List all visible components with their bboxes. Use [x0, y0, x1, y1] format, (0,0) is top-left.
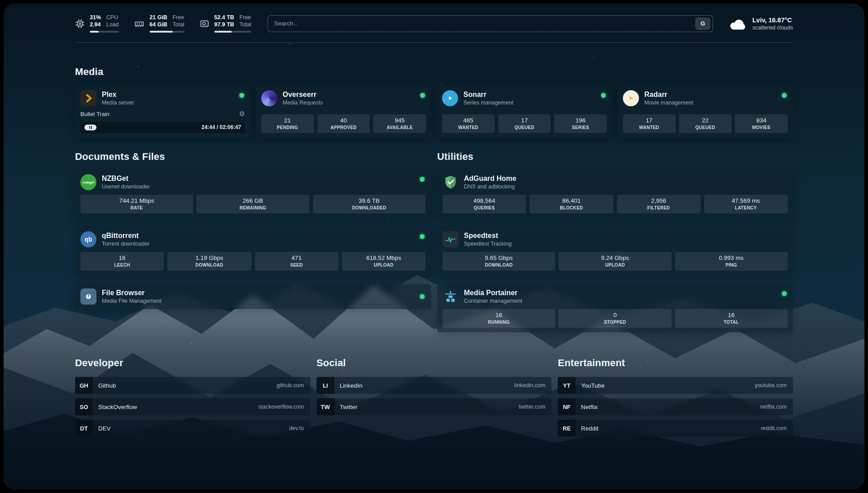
- status-indicator: [601, 93, 606, 98]
- plex-icon: [80, 90, 96, 106]
- stat-ping: 0.993 ms PING: [675, 252, 788, 271]
- stat-seed: 471 SEED: [255, 252, 338, 271]
- qbittorrent-icon: qb: [80, 231, 96, 247]
- speedtest-title: Speedtest: [464, 231, 512, 240]
- stat-approved: 40 APPROVED: [317, 114, 370, 133]
- bookmark-abbr: LI: [317, 377, 334, 394]
- gear-icon[interactable]: ⚙: [239, 110, 245, 118]
- disk-progress-bar: [214, 31, 251, 33]
- developer-section-title: Developer: [75, 357, 310, 369]
- weather-location: Lviv, 16.87°C: [752, 16, 793, 24]
- plex-subtitle: Media server: [102, 99, 134, 106]
- portainer-subtitle: Container management: [464, 297, 522, 305]
- filebrowser-icon: [80, 288, 96, 305]
- card-overseerr[interactable]: Overseerr Media Requests 21 PENDING 40 A…: [256, 86, 431, 138]
- card-filebrowser[interactable]: File Browser Media File Management: [75, 284, 431, 309]
- card-plex[interactable]: Plex Media server Bullet Train ⚙ 24:44 /…: [75, 86, 250, 138]
- entertainment-section-title: Entertainment: [558, 357, 793, 369]
- card-portainer[interactable]: Media Portainer Container management 16 …: [437, 284, 793, 332]
- cpu-widget: 31% CPU 2.94 Load: [75, 14, 119, 33]
- radarr-title: Radarr: [644, 90, 693, 99]
- disk-icon: [200, 19, 209, 29]
- bookmarks-developer: Developer GH Github github.com SO StackO…: [75, 357, 310, 437]
- stat-queued: 22 QUEUED: [679, 114, 732, 133]
- cpu-usage-label: CPU: [106, 14, 119, 21]
- cpu-progress-bar: [90, 31, 119, 33]
- cpu-load-label: Load: [106, 21, 119, 28]
- memory-free-value: 21 GiB: [150, 14, 167, 21]
- status-indicator: [239, 93, 244, 98]
- filebrowser-subtitle: Media File Management: [102, 297, 162, 305]
- stat-upload: 618.52 Mbps UPLOAD: [342, 252, 426, 271]
- bookmark-reddit[interactable]: RE Reddit reddit.com: [558, 420, 793, 437]
- system-metrics: 31% CPU 2.94 Load: [75, 14, 251, 33]
- topbar-divider: [75, 42, 793, 43]
- memory-widget: 21 GiB Free 64 GiB Total: [134, 14, 184, 33]
- card-qbittorrent[interactable]: qb qBittorrent Torrent downloader 16 LEE…: [75, 227, 431, 275]
- stat-queued: 17 QUEUED: [498, 114, 551, 133]
- memory-free-label: Free: [172, 14, 184, 21]
- card-radarr[interactable]: Radarr Movie management 17 WANTED 22 QUE…: [618, 86, 793, 138]
- memory-total-label: Total: [172, 21, 184, 28]
- card-sonarr[interactable]: Sonarr Series management 485 WANTED 17 Q…: [437, 86, 612, 138]
- overseerr-title: Overseerr: [283, 90, 323, 99]
- overseerr-icon: [261, 90, 277, 106]
- documents-section-title: Documents & Files: [75, 151, 431, 163]
- plex-title: Plex: [102, 90, 134, 99]
- pause-button[interactable]: [84, 125, 96, 130]
- portainer-icon: [442, 288, 459, 305]
- card-nzbget[interactable]: nzbget NZBGet Usenet downloader 744.21 M…: [75, 170, 431, 218]
- stat-wanted: 485 WANTED: [442, 114, 495, 133]
- status-indicator: [420, 294, 425, 299]
- status-indicator: [420, 177, 425, 182]
- card-adguard[interactable]: AdGuard Home DNS and adblocking 498,564 …: [437, 170, 793, 218]
- stat-rate: 744.21 Mbps RATE: [80, 195, 193, 213]
- bookmark-netflix[interactable]: NF Netflix netflix.com: [558, 398, 793, 415]
- memory-icon: [134, 19, 145, 29]
- card-speedtest[interactable]: Speedtest Speedtest Tracking 9.65 Gbps D…: [437, 227, 793, 275]
- bookmark-abbr: GH: [75, 377, 93, 394]
- cpu-icon: [75, 19, 85, 29]
- cpu-usage-value: 31%: [90, 14, 101, 21]
- bookmark-abbr: NF: [558, 398, 576, 415]
- status-indicator: [420, 234, 425, 239]
- qbittorrent-subtitle: Torrent downloader: [102, 240, 150, 247]
- stat-running: 16 RUNNING: [442, 309, 555, 328]
- sonarr-subtitle: Series management: [463, 99, 513, 106]
- section-documents: Documents & Files nzbget NZBGet Usenet d…: [75, 151, 431, 332]
- bookmark-abbr: SO: [75, 398, 93, 415]
- search-engine-button[interactable]: G: [695, 17, 710, 30]
- nzbget-title: NZBGet: [102, 174, 150, 183]
- bookmark-stackoverflow[interactable]: SO StackOverflow stackoverflow.com: [75, 398, 310, 415]
- stat-wanted: 17 WANTED: [623, 114, 676, 133]
- bookmark-dev[interactable]: DT DEV dev.to: [75, 420, 310, 437]
- search-input[interactable]: [274, 20, 695, 27]
- speedtest-icon: [442, 231, 459, 247]
- bookmark-abbr: YT: [558, 377, 576, 394]
- radarr-subtitle: Movie management: [644, 99, 693, 106]
- social-section-title: Social: [317, 357, 552, 369]
- radarr-icon: [623, 90, 639, 106]
- stat-download: 1.19 Gbps DOWNLOAD: [167, 252, 251, 271]
- stat-series: 196 SERIES: [554, 114, 607, 133]
- plex-playback-time: 24:44 / 02:06:47: [201, 124, 241, 130]
- portainer-title: Media Portainer: [464, 288, 522, 297]
- cloud-icon: [729, 17, 747, 30]
- stat-blocked: 86,401 BLOCKED: [530, 195, 613, 213]
- status-indicator: [782, 291, 787, 296]
- bookmark-youtube[interactable]: YT YouTube youtube.com: [558, 377, 793, 394]
- status-indicator: [782, 93, 787, 98]
- bookmark-abbr: RE: [558, 420, 576, 437]
- weather-widget: Lviv, 16.87°C scattered clouds: [729, 16, 793, 31]
- status-indicator: [420, 93, 425, 98]
- utilities-section-title: Utilities: [437, 151, 793, 163]
- bookmark-github[interactable]: GH Github github.com: [75, 377, 310, 394]
- plex-now-playing: Bullet Train: [80, 111, 109, 117]
- bookmark-twitter[interactable]: TW Twitter twitter.com: [317, 398, 552, 415]
- bookmark-linkedin[interactable]: LI LinkedIn linkedin.com: [317, 377, 552, 394]
- section-utilities: Utilities AdGuard Home: [437, 151, 793, 332]
- weather-condition: scattered clouds: [752, 24, 793, 31]
- search-bar: G: [267, 15, 713, 32]
- stat-upload: 9.24 Gbps UPLOAD: [559, 252, 671, 271]
- memory-progress-bar: [150, 31, 184, 33]
